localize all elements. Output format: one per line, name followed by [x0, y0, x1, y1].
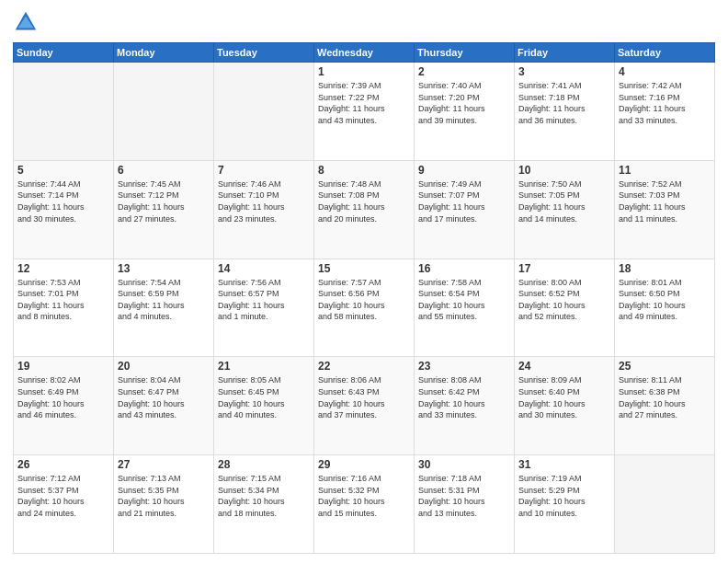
calendar-day-cell — [214, 63, 314, 161]
day-number: 24 — [518, 360, 610, 373]
day-info: Sunrise: 7:19 AM Sunset: 5:29 PM Dayligh… — [518, 473, 610, 519]
calendar-day-cell: 3Sunrise: 7:41 AM Sunset: 7:18 PM Daylig… — [515, 63, 615, 161]
day-number: 1 — [318, 65, 410, 78]
day-header-wednesday: Wednesday — [314, 43, 415, 63]
calendar-day-cell: 13Sunrise: 7:54 AM Sunset: 6:59 PM Dayli… — [114, 259, 214, 357]
calendar-day-cell: 24Sunrise: 8:09 AM Sunset: 6:40 PM Dayli… — [515, 357, 615, 455]
day-number: 29 — [318, 458, 410, 471]
day-number: 6 — [118, 164, 210, 177]
day-info: Sunrise: 7:46 AM Sunset: 7:10 PM Dayligh… — [218, 178, 310, 224]
day-number: 21 — [218, 360, 310, 373]
day-info: Sunrise: 8:02 AM Sunset: 6:49 PM Dayligh… — [17, 374, 109, 420]
day-info: Sunrise: 7:53 AM Sunset: 7:01 PM Dayligh… — [17, 277, 109, 323]
logo-icon — [13, 9, 39, 35]
day-info: Sunrise: 7:13 AM Sunset: 5:35 PM Dayligh… — [118, 473, 210, 519]
calendar-day-cell: 29Sunrise: 7:16 AM Sunset: 5:32 PM Dayli… — [314, 455, 415, 554]
calendar-day-cell: 1Sunrise: 7:39 AM Sunset: 7:22 PM Daylig… — [314, 63, 415, 161]
day-info: Sunrise: 8:11 AM Sunset: 6:38 PM Dayligh… — [619, 374, 711, 420]
calendar-week-row: 12Sunrise: 7:53 AM Sunset: 7:01 PM Dayli… — [14, 259, 715, 357]
day-info: Sunrise: 7:42 AM Sunset: 7:16 PM Dayligh… — [619, 80, 711, 126]
calendar-day-cell: 7Sunrise: 7:46 AM Sunset: 7:10 PM Daylig… — [214, 160, 314, 259]
calendar-day-cell: 4Sunrise: 7:42 AM Sunset: 7:16 PM Daylig… — [615, 63, 715, 161]
calendar-day-cell: 19Sunrise: 8:02 AM Sunset: 6:49 PM Dayli… — [14, 357, 114, 455]
day-number: 11 — [619, 164, 711, 177]
day-number: 3 — [518, 65, 610, 78]
calendar-day-cell: 6Sunrise: 7:45 AM Sunset: 7:12 PM Daylig… — [114, 160, 214, 259]
day-header-sunday: Sunday — [14, 43, 114, 63]
day-number: 16 — [418, 262, 510, 275]
calendar-day-cell — [114, 63, 214, 161]
day-info: Sunrise: 7:44 AM Sunset: 7:14 PM Dayligh… — [17, 178, 109, 224]
day-info: Sunrise: 7:41 AM Sunset: 7:18 PM Dayligh… — [518, 80, 610, 126]
calendar-day-cell: 28Sunrise: 7:15 AM Sunset: 5:34 PM Dayli… — [214, 455, 314, 554]
calendar-day-cell: 5Sunrise: 7:44 AM Sunset: 7:14 PM Daylig… — [14, 160, 114, 259]
day-info: Sunrise: 7:57 AM Sunset: 6:56 PM Dayligh… — [318, 277, 410, 323]
calendar-day-cell: 25Sunrise: 8:11 AM Sunset: 6:38 PM Dayli… — [615, 357, 715, 455]
calendar-day-cell: 11Sunrise: 7:52 AM Sunset: 7:03 PM Dayli… — [615, 160, 715, 259]
day-number: 8 — [318, 164, 410, 177]
calendar-week-row: 26Sunrise: 7:12 AM Sunset: 5:37 PM Dayli… — [14, 455, 715, 554]
calendar-week-row: 19Sunrise: 8:02 AM Sunset: 6:49 PM Dayli… — [14, 357, 715, 455]
page-header — [13, 9, 715, 35]
calendar-day-cell: 9Sunrise: 7:49 AM Sunset: 7:07 PM Daylig… — [415, 160, 515, 259]
calendar-day-cell: 10Sunrise: 7:50 AM Sunset: 7:05 PM Dayli… — [515, 160, 615, 259]
day-number: 13 — [118, 262, 210, 275]
day-info: Sunrise: 7:56 AM Sunset: 6:57 PM Dayligh… — [218, 277, 310, 323]
day-info: Sunrise: 7:48 AM Sunset: 7:08 PM Dayligh… — [318, 178, 410, 224]
calendar-day-cell — [14, 63, 114, 161]
calendar-day-cell: 16Sunrise: 7:58 AM Sunset: 6:54 PM Dayli… — [415, 259, 515, 357]
day-info: Sunrise: 8:09 AM Sunset: 6:40 PM Dayligh… — [518, 374, 610, 420]
day-number: 27 — [118, 458, 210, 471]
day-number: 31 — [518, 458, 610, 471]
day-number: 18 — [619, 262, 711, 275]
day-header-monday: Monday — [114, 43, 214, 63]
day-number: 2 — [418, 65, 510, 78]
day-info: Sunrise: 7:45 AM Sunset: 7:12 PM Dayligh… — [118, 178, 210, 224]
day-number: 4 — [619, 65, 711, 78]
page-container: SundayMondayTuesdayWednesdayThursdayFrid… — [0, 0, 728, 563]
day-header-thursday: Thursday — [415, 43, 515, 63]
calendar-day-cell: 30Sunrise: 7:18 AM Sunset: 5:31 PM Dayli… — [415, 455, 515, 554]
day-number: 26 — [17, 458, 109, 471]
calendar-header-row: SundayMondayTuesdayWednesdayThursdayFrid… — [14, 43, 715, 63]
calendar-week-row: 1Sunrise: 7:39 AM Sunset: 7:22 PM Daylig… — [14, 63, 715, 161]
day-info: Sunrise: 7:40 AM Sunset: 7:20 PM Dayligh… — [418, 80, 510, 126]
day-info: Sunrise: 7:12 AM Sunset: 5:37 PM Dayligh… — [17, 473, 109, 519]
calendar-day-cell: 12Sunrise: 7:53 AM Sunset: 7:01 PM Dayli… — [14, 259, 114, 357]
day-number: 28 — [218, 458, 310, 471]
day-number: 22 — [318, 360, 410, 373]
day-info: Sunrise: 7:15 AM Sunset: 5:34 PM Dayligh… — [218, 473, 310, 519]
day-info: Sunrise: 8:06 AM Sunset: 6:43 PM Dayligh… — [318, 374, 410, 420]
calendar-day-cell: 23Sunrise: 8:08 AM Sunset: 6:42 PM Dayli… — [415, 357, 515, 455]
day-number: 20 — [118, 360, 210, 373]
day-header-tuesday: Tuesday — [214, 43, 314, 63]
day-info: Sunrise: 8:00 AM Sunset: 6:52 PM Dayligh… — [518, 277, 610, 323]
calendar-day-cell: 26Sunrise: 7:12 AM Sunset: 5:37 PM Dayli… — [14, 455, 114, 554]
day-info: Sunrise: 7:50 AM Sunset: 7:05 PM Dayligh… — [518, 178, 610, 224]
day-number: 5 — [17, 164, 109, 177]
day-info: Sunrise: 8:05 AM Sunset: 6:45 PM Dayligh… — [218, 374, 310, 420]
calendar-day-cell: 2Sunrise: 7:40 AM Sunset: 7:20 PM Daylig… — [415, 63, 515, 161]
calendar-week-row: 5Sunrise: 7:44 AM Sunset: 7:14 PM Daylig… — [14, 160, 715, 259]
calendar-day-cell: 20Sunrise: 8:04 AM Sunset: 6:47 PM Dayli… — [114, 357, 214, 455]
day-number: 10 — [518, 164, 610, 177]
day-info: Sunrise: 8:04 AM Sunset: 6:47 PM Dayligh… — [118, 374, 210, 420]
day-number: 7 — [218, 164, 310, 177]
calendar-table: SundayMondayTuesdayWednesdayThursdayFrid… — [13, 42, 715, 554]
day-number: 30 — [418, 458, 510, 471]
calendar-day-cell — [615, 455, 715, 554]
day-number: 9 — [418, 164, 510, 177]
day-header-saturday: Saturday — [615, 43, 715, 63]
calendar-day-cell: 14Sunrise: 7:56 AM Sunset: 6:57 PM Dayli… — [214, 259, 314, 357]
day-number: 25 — [619, 360, 711, 373]
calendar-day-cell: 8Sunrise: 7:48 AM Sunset: 7:08 PM Daylig… — [314, 160, 415, 259]
day-info: Sunrise: 7:52 AM Sunset: 7:03 PM Dayligh… — [619, 178, 711, 224]
logo — [13, 9, 42, 35]
day-info: Sunrise: 8:08 AM Sunset: 6:42 PM Dayligh… — [418, 374, 510, 420]
day-number: 23 — [418, 360, 510, 373]
day-number: 14 — [218, 262, 310, 275]
day-number: 19 — [17, 360, 109, 373]
day-number: 15 — [318, 262, 410, 275]
day-number: 12 — [17, 262, 109, 275]
calendar-day-cell: 15Sunrise: 7:57 AM Sunset: 6:56 PM Dayli… — [314, 259, 415, 357]
